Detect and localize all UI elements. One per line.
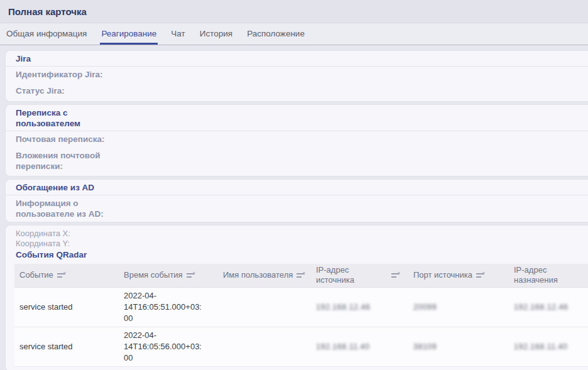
section-title: Переписка с пользователем xyxy=(16,107,122,129)
sort-icon[interactable] xyxy=(297,271,306,279)
section-title: Jira xyxy=(16,53,141,64)
field-mail-attachments: Вложения почтовой переписки: xyxy=(6,148,588,176)
column-header-event[interactable]: Событие xyxy=(14,264,119,287)
column-label: Событие xyxy=(19,270,53,280)
panel-qradar-events: Координата X: Координата Y: События QRad… xyxy=(5,225,588,370)
card-content: Jira Идентификатор Jira: Статус Jira: Пе… xyxy=(0,45,588,370)
column-label: IP-адрес источника xyxy=(316,265,374,285)
qradar-events-table-container: Событие Время события xyxy=(14,264,588,367)
cell-event: service started xyxy=(14,287,119,327)
panel-jira-header: Jira xyxy=(6,51,588,67)
cell-username xyxy=(218,327,311,366)
field-label: Идентификатор Jira: xyxy=(16,69,138,80)
coordinate-x-label: Координата X: xyxy=(6,229,588,239)
field-jira-id: Идентификатор Jira: xyxy=(6,67,588,83)
column-label: Порт источника xyxy=(413,270,472,280)
event-table-row[interactable]: service started 2022-04-14T16:05:56.000+… xyxy=(14,327,588,366)
field-mail-correspondence: Почтовая переписка: xyxy=(6,131,588,148)
sort-icon[interactable] xyxy=(187,271,196,279)
redacted-source-port: 38109 xyxy=(413,342,437,351)
column-label: IP-адрес назначения xyxy=(514,265,572,285)
field-label: Вложения почтовой переписки: xyxy=(16,150,126,171)
column-label: Имя пользователя xyxy=(223,270,293,280)
field-ad-user-info: Информация о пользователе из AD: xyxy=(6,195,588,222)
column-header-destination-ip[interactable]: IP-адрес назначения xyxy=(509,264,588,287)
tab-bar: Общая информация Реагирование Чат Истори… xyxy=(0,23,588,45)
window-titlebar: Полная карточка xyxy=(0,0,588,23)
cell-source-ip: 192.168.12.46 xyxy=(311,287,408,327)
panel-correspondence-header: Переписка с пользователем xyxy=(6,105,588,131)
cell-source-port: 20099 xyxy=(408,287,509,327)
section-title: Обогащение из AD xyxy=(16,182,141,193)
panel-ad-enrichment: Обогащение из AD Информация о пользовате… xyxy=(5,179,588,222)
redacted-destination-ip: 192.168.12.46 xyxy=(514,303,568,312)
qradar-events-title: События QRadar xyxy=(6,249,588,261)
redacted-destination-ip: 192.168.11.40 xyxy=(514,342,568,351)
tab-chat[interactable]: Чат xyxy=(170,23,186,45)
field-label: Статус Jira: xyxy=(16,85,138,96)
tab-location[interactable]: Расположение xyxy=(246,23,306,45)
column-label: Время события xyxy=(124,270,183,280)
field-label: Почтовая переписка: xyxy=(16,134,138,144)
cell-source-ip: 192.168.11.40 xyxy=(311,327,408,366)
column-header-event-time[interactable]: Время события xyxy=(119,264,218,287)
event-table-row[interactable]: service started 2022-04-14T16:05:51.000+… xyxy=(14,287,588,327)
qradar-events-table: Событие Время события xyxy=(14,264,588,367)
cell-event-time: 2022-04-14T16:05:51.000+03:00 xyxy=(119,287,218,327)
tab-general-info[interactable]: Общая информация xyxy=(5,23,88,45)
tab-response[interactable]: Реагирование xyxy=(100,23,158,45)
cell-destination-ip: 192.168.12.46 xyxy=(509,287,588,327)
column-header-username[interactable]: Имя пользователя xyxy=(218,264,311,287)
field-jira-status: Статус Jira: xyxy=(6,83,588,101)
cell-destination-ip: 192.168.11.40 xyxy=(509,327,588,366)
table-header-row: Событие Время события xyxy=(14,264,588,287)
cell-event: service started xyxy=(14,327,119,366)
sort-icon[interactable] xyxy=(476,271,486,279)
tab-history[interactable]: История xyxy=(199,23,234,45)
panel-jira: Jira Идентификатор Jira: Статус Jira: xyxy=(5,50,588,102)
cell-event-time: 2022-04-14T16:05:56.000+03:00 xyxy=(119,327,218,366)
panel-user-correspondence: Переписка с пользователем Почтовая переп… xyxy=(5,104,588,177)
panel-ad-header: Обогащение из AD xyxy=(6,180,588,195)
cell-source-port: 38109 xyxy=(408,327,509,366)
event-time-value: 2022-04-14T16:05:51.000+03:00 xyxy=(124,290,203,324)
page-title: Полная карточка xyxy=(8,6,87,17)
redacted-source-port: 20099 xyxy=(413,303,437,312)
coordinate-y-label: Координата Y: xyxy=(6,239,588,249)
field-label: Информация о пользователе из AD: xyxy=(16,198,119,219)
column-header-source-port[interactable]: Порт источника xyxy=(408,264,509,287)
event-time-value: 2022-04-14T16:05:56.000+03:00 xyxy=(124,330,203,364)
column-header-source-ip[interactable]: IP-адрес источника xyxy=(311,264,408,287)
sort-icon[interactable] xyxy=(57,271,67,279)
cell-username xyxy=(218,287,311,327)
redacted-source-ip: 192.168.11.40 xyxy=(316,342,370,351)
sort-icon[interactable] xyxy=(391,271,401,279)
redacted-source-ip: 192.168.12.46 xyxy=(316,303,370,312)
